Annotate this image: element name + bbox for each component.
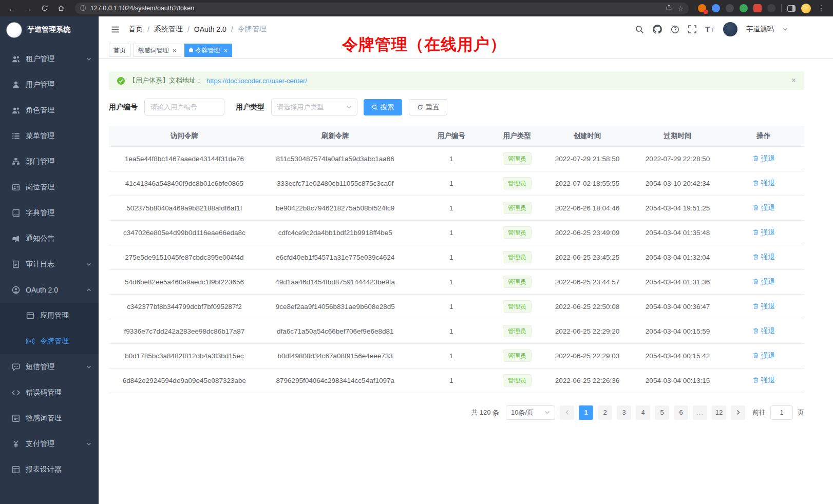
page-button-6[interactable]: 6: [674, 405, 688, 420]
forward-icon[interactable]: →: [24, 3, 33, 13]
sidebar-item-token[interactable]: 令牌管理: [0, 328, 99, 354]
alert-link[interactable]: https://doc.iocoder.cn/user-center/: [206, 77, 307, 85]
address-bar[interactable]: ⓘ 127.0.0.1:1024/system/oauth2/token ☆: [75, 3, 689, 14]
create-time-cell: 2022-06-25 22:29:03: [542, 343, 633, 368]
page-button-5[interactable]: 5: [655, 405, 669, 420]
extension-icon-4[interactable]: [740, 4, 748, 12]
alert-banner: 【用户体系】文档地址： https://doc.iocoder.cn/user-…: [109, 71, 804, 90]
refresh-token-cell: 9ce8ef2aa9f14056b831ae9b608e28d5: [260, 294, 411, 319]
page-size-value: 10条/页: [511, 408, 534, 417]
font-size-icon[interactable]: TT: [705, 25, 714, 34]
sidebar-item-post[interactable]: 岗位管理: [0, 175, 99, 200]
search-icon[interactable]: [635, 25, 644, 34]
access-token-cell: 1ea5e44f8bc1467aaede43144f31de76: [109, 146, 260, 171]
sidebar-item-menu[interactable]: 菜单管理: [0, 123, 99, 149]
trash-icon: [752, 303, 759, 309]
close-icon[interactable]: ×: [173, 47, 177, 54]
action-cell: 强退: [723, 220, 804, 245]
browser-menu-icon[interactable]: ⋮: [817, 3, 826, 13]
sidebar-item-user[interactable]: 用户管理: [0, 72, 99, 98]
goto-page-input[interactable]: [770, 405, 793, 420]
fullscreen-icon[interactable]: [688, 25, 696, 33]
revoke-button[interactable]: 强退: [752, 376, 775, 385]
reset-button[interactable]: 重置: [409, 99, 447, 115]
share-icon[interactable]: [666, 4, 672, 12]
user-id-cell: 1: [411, 196, 492, 220]
sidebar-item-role[interactable]: 角色管理: [0, 98, 99, 123]
sidebar-item-pay[interactable]: 支付管理: [0, 431, 99, 457]
tab-sensitive-word[interactable]: 敏感词管理 ×: [134, 44, 181, 57]
user-type-badge: 管理员: [503, 350, 532, 362]
revoke-button[interactable]: 强退: [752, 302, 775, 311]
extension-icon-3[interactable]: [726, 4, 734, 12]
search-button[interactable]: 搜索: [364, 99, 402, 115]
back-icon[interactable]: ←: [7, 3, 16, 13]
sidebar-item-tenant[interactable]: 租户管理: [0, 46, 99, 72]
page-button-12[interactable]: 12: [712, 405, 726, 420]
action-cell: 强退: [723, 343, 804, 368]
sidebar-item-dict[interactable]: 字典管理: [0, 200, 99, 226]
page-button-4[interactable]: 4: [636, 405, 650, 420]
page-size-select[interactable]: 10条/页: [506, 405, 555, 420]
breadcrumb-item-home[interactable]: 首页: [128, 25, 143, 34]
user-type-select[interactable]: 请选择用户类型: [271, 99, 357, 115]
revoke-button[interactable]: 强退: [752, 154, 775, 163]
sidebar-item-oauth2[interactable]: OAuth 2.0: [0, 277, 99, 303]
revoke-button[interactable]: 强退: [752, 326, 775, 336]
revoke-button[interactable]: 强退: [752, 179, 775, 188]
side-panel-icon[interactable]: [787, 5, 796, 12]
chevron-down-icon[interactable]: [783, 27, 788, 32]
table-row: b0d1785bc3a8482f812db4a3f3bd15ecb0df4980…: [109, 343, 804, 368]
reload-icon[interactable]: [40, 3, 49, 13]
extension-icon-5[interactable]: [767, 4, 775, 12]
page-button-3[interactable]: 3: [617, 405, 631, 420]
revoke-button[interactable]: 强退: [752, 228, 775, 237]
home-icon[interactable]: [56, 3, 66, 13]
sidebar-item-sensitive-word[interactable]: 敏感词管理: [0, 405, 99, 431]
sidebar-item-error-code[interactable]: 错误码管理: [0, 380, 99, 405]
sidebar-item-notice[interactable]: 通知公告: [0, 226, 99, 251]
app-logo[interactable]: 芋道管理系统: [0, 16, 99, 43]
sidebar-item-label: 租户管理: [26, 54, 86, 64]
close-icon[interactable]: ×: [224, 47, 228, 54]
revoke-button[interactable]: 强退: [752, 351, 775, 360]
site-info-icon[interactable]: ⓘ: [80, 4, 86, 13]
revoke-button[interactable]: 强退: [752, 277, 775, 286]
trash-icon: [752, 155, 759, 162]
sidebar-item-sms[interactable]: 短信管理: [0, 354, 99, 380]
close-icon[interactable]: ×: [791, 76, 796, 85]
breadcrumb-item-oauth2[interactable]: OAuth 2.0: [194, 25, 226, 33]
logo-avatar: [6, 22, 22, 38]
user-id-input[interactable]: [144, 99, 224, 115]
more-pages-button[interactable]: ...: [693, 405, 707, 420]
revoke-label: 强退: [761, 179, 775, 188]
tab-home[interactable]: 首页: [109, 44, 130, 57]
revoke-button[interactable]: 强退: [752, 253, 775, 262]
column-header: 操作: [723, 126, 804, 146]
bookmark-star-icon[interactable]: ☆: [677, 5, 684, 12]
revoke-button[interactable]: 强退: [752, 203, 775, 212]
total-count: 共 120 条: [471, 408, 499, 417]
tab-token[interactable]: 令牌管理 ×: [184, 44, 233, 57]
page-button-1[interactable]: 1: [579, 405, 593, 420]
breadcrumb-item-system[interactable]: 系统管理: [154, 25, 183, 34]
user-name[interactable]: 芋道源码: [746, 25, 774, 34]
github-icon[interactable]: [653, 25, 662, 34]
user-avatar[interactable]: [723, 22, 737, 36]
user-type-badge: 管理员: [503, 300, 532, 313]
extensions-puzzle-icon[interactable]: [753, 4, 762, 12]
trash-icon: [752, 327, 759, 334]
table-row: 41c41346a548490f9dc8b01c6bfe0865333ecfc7…: [109, 171, 804, 196]
collapse-sidebar-icon[interactable]: [111, 25, 120, 34]
sidebar-item-app[interactable]: 应用管理: [0, 303, 99, 328]
browser-profile-avatar[interactable]: [801, 4, 811, 13]
prev-page-button[interactable]: [560, 405, 574, 420]
help-icon[interactable]: [671, 25, 679, 34]
sidebar-item-dept[interactable]: 部门管理: [0, 149, 99, 175]
sidebar-item-report[interactable]: 报表设计器: [0, 457, 99, 482]
page-button-2[interactable]: 2: [598, 405, 612, 420]
next-page-button[interactable]: [731, 405, 745, 420]
extension-icon-2[interactable]: [712, 4, 720, 12]
sidebar-item-audit-log[interactable]: 审计日志: [0, 251, 99, 277]
extension-icon-1[interactable]: [698, 4, 706, 12]
